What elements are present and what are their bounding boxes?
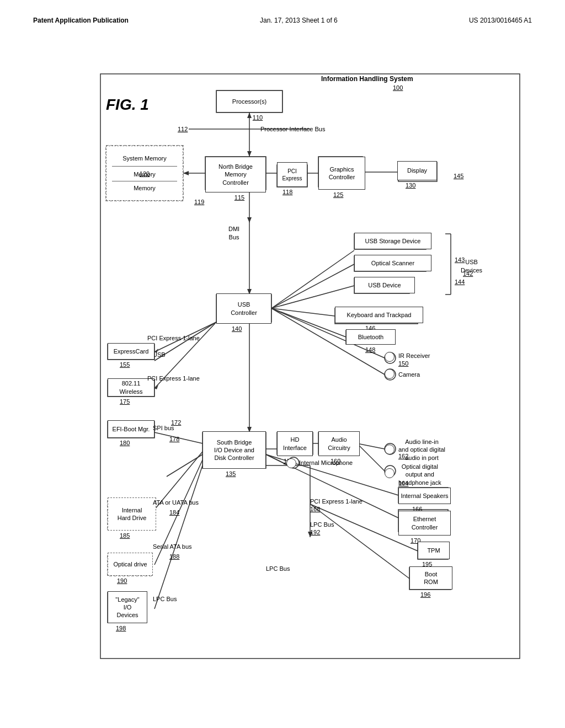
brom-num: 196 xyxy=(420,591,430,598)
ata-bus-label: ATA or UATA bus xyxy=(153,499,199,506)
ethernet-box: Ethernet Controller xyxy=(398,511,451,536)
pci-1lane-3-label: PCI Express 1-lane xyxy=(310,497,363,505)
usb-storage-box: USB Storage Device xyxy=(354,233,431,249)
ihd-num: 185 xyxy=(120,532,130,539)
south-bridge-box: South Bridge I/O Device and Disk Control… xyxy=(202,431,266,469)
page: Patent Application Publication Jan. 17, … xyxy=(0,0,565,728)
pib-label: Processor Interface Bus xyxy=(260,125,325,133)
lpc-bus-left-label: LPC Bus xyxy=(153,595,177,603)
ec-num: 155 xyxy=(120,361,130,368)
header-left: Patent Application Publication xyxy=(33,17,129,24)
alin-num: 162 xyxy=(398,452,408,460)
num-188: 188 xyxy=(169,553,179,560)
svg-line-32 xyxy=(271,308,335,316)
legacy-num: 198 xyxy=(116,624,126,632)
header-center: Jan. 17, 2013 Sheet 1 of 6 xyxy=(260,17,338,24)
system-memory-box: System Memory 120 Memory Memory xyxy=(106,146,183,201)
internal-speakers-box: Internal Speakers xyxy=(398,488,451,504)
camera-icon xyxy=(385,369,395,379)
pib-num: 112 xyxy=(178,125,188,133)
processor-box: Processor(s) xyxy=(216,90,282,113)
num-192: 192 xyxy=(310,528,320,536)
hd-interface-box: HD Interface xyxy=(277,431,313,456)
svg-line-28 xyxy=(271,250,354,308)
usb-label: USB xyxy=(153,351,166,358)
usb-device-box: USB Device xyxy=(354,277,415,293)
nb-num: 115 xyxy=(228,194,250,201)
header-right: US 2013/0016465 A1 xyxy=(469,17,532,24)
boot-rom-box: Boot ROM xyxy=(409,566,452,590)
legacy-io-box: "Legacy" I/O Devices xyxy=(108,591,147,623)
expresscard-box: ExpressCard xyxy=(108,343,154,360)
display-box: Display xyxy=(397,161,437,180)
spi-label: SPI bus xyxy=(153,424,174,432)
num-178: 178 xyxy=(169,435,179,443)
kbd-trackpad-box: Keyboard and Trackpad xyxy=(335,307,423,323)
usb-ctrl-num: 140 xyxy=(232,325,242,333)
mem-num: 119 xyxy=(194,198,204,206)
diagram: FIG. 1 Information Handling System 100 P… xyxy=(34,35,531,686)
svg-line-77 xyxy=(310,504,409,579)
disp-145: 145 xyxy=(454,172,463,180)
ir-receiver-icon xyxy=(385,352,395,362)
usb-devices-num: 142 xyxy=(463,270,473,277)
bluetooth-box: Bluetooth xyxy=(346,329,396,345)
bt-num: 148 xyxy=(365,346,375,354)
north-bridge-box: North Bridge Memory Controller xyxy=(205,157,266,192)
od-num: 190 xyxy=(117,577,127,585)
serial-ata-label: Serial ATA bus xyxy=(153,543,192,550)
audio-in-icon xyxy=(385,445,395,454)
svg-line-70 xyxy=(154,465,202,609)
pci-1lane-2-label: PCI Express 1-lane xyxy=(147,374,200,382)
pci-1lane-1-label: PCI Express 1-lane xyxy=(147,334,200,342)
proc-num: 110 xyxy=(241,114,274,121)
optical-out-icon xyxy=(385,468,395,478)
internal-mic-icon xyxy=(286,458,296,468)
svg-line-30 xyxy=(271,286,354,308)
pci-express-box: PCI Express xyxy=(277,162,307,187)
efi-num: 180 xyxy=(120,439,130,447)
svg-line-29 xyxy=(271,264,354,308)
num-168: 168 xyxy=(310,505,320,513)
audio-circuitry-box: Audio Circuitry xyxy=(318,431,360,456)
dmi-bus-label: DMI Bus xyxy=(228,217,239,241)
svg-marker-10 xyxy=(183,171,189,175)
tpm-box: TPM xyxy=(418,542,450,559)
svg-line-60 xyxy=(357,443,385,471)
svg-line-59 xyxy=(357,443,385,449)
fig-title: FIG. 1 xyxy=(106,96,149,114)
gc-num: 125 xyxy=(333,191,343,199)
camera-label: Camera xyxy=(398,371,420,378)
lpc-bus-right-label: LPC Bus xyxy=(310,521,334,528)
svg-marker-7 xyxy=(247,151,252,157)
header: Patent Application Publication Jan. 17, … xyxy=(33,17,532,24)
optout-num: 164 xyxy=(398,479,408,487)
svg-marker-45 xyxy=(154,385,158,389)
optical-drive-box: Optical drive xyxy=(108,553,153,576)
internal-mic-label: Internal Microphone xyxy=(299,459,353,467)
disp-num: 130 xyxy=(406,181,415,189)
ihs-label: Information Handling System xyxy=(321,75,413,84)
lpc-bus-bottom-label: LPC Bus xyxy=(266,565,290,572)
efi-boot-box: EFI-Boot Mgr. xyxy=(108,420,154,438)
usb-controller-box: USB Controller xyxy=(216,293,271,324)
usb-dev-num: 144 xyxy=(455,278,465,286)
svg-line-78 xyxy=(167,454,202,477)
internal-hd-box: Internal Hard Drive xyxy=(108,497,156,531)
wireless-num: 175 xyxy=(120,398,130,405)
ihs-num: 100 xyxy=(393,84,403,92)
ir-label: IR Receiver xyxy=(398,352,430,360)
svg-marker-25 xyxy=(247,217,252,223)
num-184: 184 xyxy=(169,508,179,516)
ir-num: 150 xyxy=(398,360,408,367)
optical-scanner-box: Optical Scanner xyxy=(354,255,431,271)
graphics-controller-box: Graphics Controller xyxy=(318,157,365,190)
sb-num: 135 xyxy=(226,470,236,478)
pci-num: 118 xyxy=(282,188,292,196)
